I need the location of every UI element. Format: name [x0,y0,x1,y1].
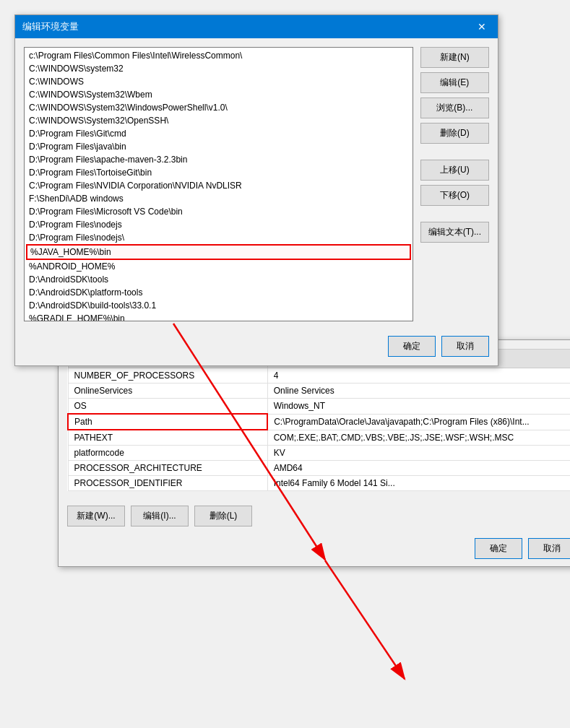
lower-delete-button[interactable]: 删除(L) [194,506,252,526]
table-row[interactable]: PROCESSOR_IDENTIFIERIntel64 Family 6 Mod… [68,476,570,491]
path-item[interactable]: D:\Program Files\apache-maven-3.2.3bin [26,153,411,166]
path-item[interactable]: %ANDROID_HOME% [26,260,411,273]
path-list-area: c:\Program Files\Common Files\Intel\Wire… [24,47,413,321]
lower-table-area: 变量 值 NUMBER_OF_PROCESSORS4OnlineServices… [67,349,570,491]
path-item[interactable]: %GRADLE_HOME%\bin [26,312,411,321]
value-cell: KV [267,446,570,461]
value-cell: Intel64 Family 6 Model 141 Si... [267,476,570,491]
variable-cell: platformcode [68,446,267,461]
move-up-button[interactable]: 上移(U) [420,160,489,181]
upper-cancel-button[interactable]: 取消 [441,336,489,357]
path-item[interactable]: D:\Program Files\TortoiseGit\bin [26,166,411,179]
path-item[interactable]: %JAVA_HOME%\bin [26,244,411,260]
browse-button[interactable]: 浏览(B)... [420,98,489,118]
upper-ok-button[interactable]: 确定 [388,336,436,357]
upper-footer: 确定 取消 [15,330,498,365]
table-row[interactable]: PATHEXTCOM;.EXE;.BAT;.CMD;.VBS;.VBE;.JS;… [68,430,570,446]
variable-cell: Path [68,414,267,430]
variable-cell: NUMBER_OF_PROCESSORS [68,368,267,384]
path-item[interactable]: D:\Program Files\nodejs\ [26,231,411,244]
upper-title: 编辑环境变量 [22,20,79,33]
lower-edit-button[interactable]: 编辑(I)... [131,506,189,526]
table-row[interactable]: OnlineServicesOnline Services [68,384,570,399]
path-item[interactable]: C:\WINDOWS\system32 [26,62,411,75]
upper-body: c:\Program Files\Common Files\Intel\Wire… [15,38,498,330]
value-cell: Online Services [267,384,570,399]
path-listbox[interactable]: c:\Program Files\Common Files\Intel\Wire… [24,47,413,321]
upper-button-column: 新建(N) 编辑(E) 浏览(B)... 删除(D) 上移(U) 下移(O) 编… [420,47,489,321]
svg-line-3 [325,560,405,679]
variable-cell: PATHEXT [68,430,267,446]
lower-dialog: 变量 值 NUMBER_OF_PROCESSORS4OnlineServices… [58,339,570,567]
upper-dialog: 编辑环境变量 ✕ c:\Program Files\Common Files\I… [14,14,498,366]
path-item[interactable]: C:\WINDOWS [26,75,411,88]
lower-ok-cancel: 确定 取消 [59,538,570,566]
path-item[interactable]: D:\AndroidSDK\build-tools\33.0.1 [26,299,411,312]
path-item[interactable]: F:\ShenDi\ADB windows [26,192,411,205]
edit-button[interactable]: 编辑(E) [420,72,489,93]
table-row[interactable]: NUMBER_OF_PROCESSORS4 [68,368,570,384]
variable-cell: PROCESSOR_IDENTIFIER [68,476,267,491]
new-button[interactable]: 新建(N) [420,47,489,68]
upper-titlebar: 编辑环境变量 ✕ [15,15,498,38]
table-row[interactable]: OSWindows_NT [68,399,570,415]
path-item[interactable]: C:\WINDOWS\System32\WindowsPowerShell\v1… [26,101,411,114]
variable-cell: OnlineServices [68,384,267,399]
path-item[interactable]: D:\AndroidSDK\platform-tools [26,286,411,299]
path-item[interactable]: c:\Program Files\Common Files\Intel\Wire… [26,49,411,62]
value-cell: AMD64 [267,461,570,476]
path-item[interactable]: D:\Program Files\nodejs [26,218,411,231]
delete-button[interactable]: 删除(D) [420,123,489,144]
value-cell: 4 [267,368,570,384]
move-down-button[interactable]: 下移(O) [420,185,489,206]
lower-footer-buttons: 新建(W)... 编辑(I)... 删除(L) [59,500,570,534]
path-item[interactable]: D:\Program Files\Microsoft VS Code\bin [26,205,411,218]
path-item[interactable]: D:\AndroidSDK\tools [26,273,411,286]
path-item[interactable]: C:\WINDOWS\System32\OpenSSH\ [26,114,411,127]
lower-new-button[interactable]: 新建(W)... [67,506,125,526]
lower-cancel-button[interactable]: 取消 [528,538,570,559]
path-item[interactable]: D:\Program Files\java\bin [26,140,411,153]
variable-cell: OS [68,399,267,415]
path-item[interactable]: C:\Program Files\NVIDIA Corporation\NVID… [26,179,411,192]
value-cell: COM;.EXE;.BAT;.CMD;.VBS;.VBE;.JS;.JSE;.W… [267,430,570,446]
lower-ok-button[interactable]: 确定 [475,538,522,559]
path-item[interactable]: C:\WINDOWS\System32\Wbem [26,88,411,101]
variable-cell: PROCESSOR_ARCHITECTURE [68,461,267,476]
table-row[interactable]: platformcodeKV [68,446,570,461]
value-cell: C:\ProgramData\Oracle\Java\javapath;C:\P… [267,414,570,430]
table-row[interactable]: PathC:\ProgramData\Oracle\Java\javapath;… [68,414,570,430]
edit-text-button[interactable]: 编辑文本(T)... [420,222,489,243]
table-row[interactable]: PROCESSOR_ARCHITECTUREAMD64 [68,461,570,476]
value-cell: Windows_NT [267,399,570,415]
lower-action-buttons: 新建(W)... 编辑(I)... 删除(L) [67,506,252,526]
variables-table: 变量 值 NUMBER_OF_PROCESSORS4OnlineServices… [67,349,570,491]
path-item[interactable]: D:\Program Files\Git\cmd [26,127,411,140]
upper-close-button[interactable]: ✕ [473,20,491,34]
